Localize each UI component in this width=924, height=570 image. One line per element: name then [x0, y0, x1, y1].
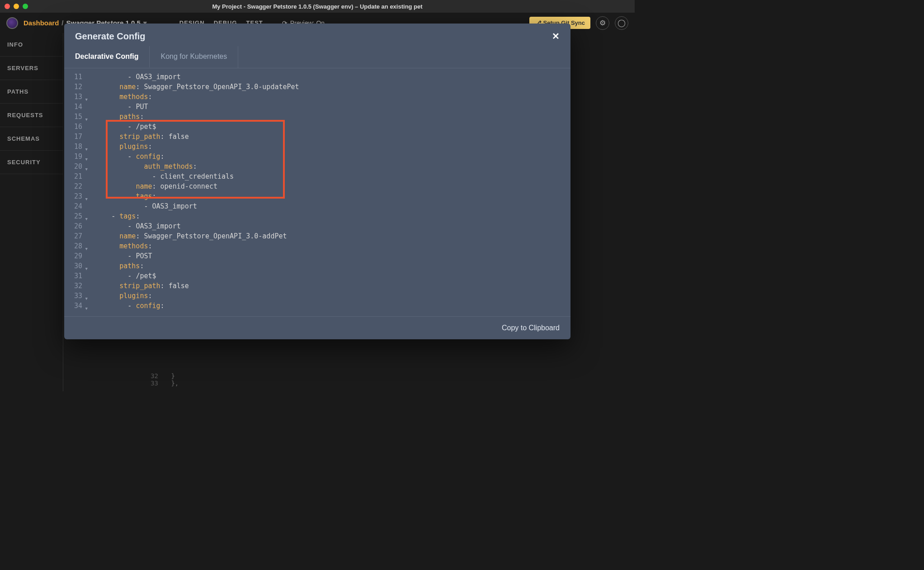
code-line: 23▼ tags:	[64, 191, 570, 201]
modal-close-button[interactable]: ✕	[552, 31, 560, 42]
modal-overlay: Generate Config ✕ Declarative Config Kon…	[0, 0, 635, 391]
code-line: 25▼ - tags:	[64, 211, 570, 221]
config-code-area[interactable]: 11 - OAS3_import12 name: Swagger_Petstor…	[64, 68, 570, 316]
copy-to-clipboard-button[interactable]: Copy to Clipboard	[502, 324, 560, 332]
code-line: 29 - POST	[64, 251, 570, 261]
modal-header: Generate Config ✕	[64, 24, 570, 46]
code-line: 13▼ methods:	[64, 92, 570, 102]
tab-declarative-config[interactable]: Declarative Config	[64, 46, 150, 68]
modal-footer: Copy to Clipboard	[64, 316, 570, 339]
modal-title: Generate Config	[75, 31, 146, 42]
code-line: 15▼ paths:	[64, 112, 570, 122]
tab-kong-kubernetes[interactable]: Kong for Kubernetes	[150, 46, 238, 68]
code-line: 26 - OAS3_import	[64, 221, 570, 231]
code-line: 21 - client_credentials	[64, 171, 570, 181]
code-line: 20▼ auth_methods:	[64, 162, 570, 171]
code-line: 33▼ plugins:	[64, 291, 570, 301]
code-line: 14 - PUT	[64, 102, 570, 112]
code-line: 30▼ paths:	[64, 261, 570, 271]
code-line: 18▼ plugins:	[64, 142, 570, 152]
code-line: 19▼ - config:	[64, 152, 570, 162]
code-line: 17 strip_path: false	[64, 132, 570, 142]
code-line: 12 name: Swagger_Petstore_OpenAPI_3.0-up…	[64, 82, 570, 92]
code-line: 24 - OAS3_import	[64, 201, 570, 211]
code-line: 28▼ methods:	[64, 241, 570, 251]
modal-tabs: Declarative Config Kong for Kubernetes	[64, 46, 570, 68]
code-line: 34▼ - config:	[64, 301, 570, 311]
code-line: 16 - /pet$	[64, 122, 570, 132]
code-line: 11 - OAS3_import	[64, 72, 570, 82]
code-line: 27 name: Swagger_Petstore_OpenAPI_3.0-ad…	[64, 231, 570, 241]
code-line: 32 strip_path: false	[64, 281, 570, 291]
generate-config-modal: Generate Config ✕ Declarative Config Kon…	[64, 24, 570, 339]
code-line: 31 - /pet$	[64, 271, 570, 281]
code-line: 22 name: openid-connect	[64, 181, 570, 191]
